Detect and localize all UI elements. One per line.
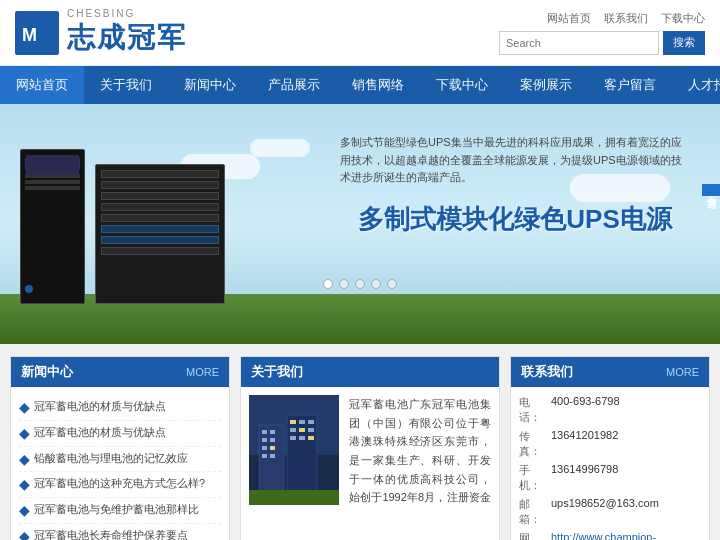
news-item-text: 冠军蓄电池的这种充电方式怎么样? <box>34 476 205 491</box>
news-more[interactable]: MORE <box>186 366 219 378</box>
about-section: 关于我们 <box>240 356 500 540</box>
svg-rect-23 <box>299 436 305 440</box>
search-button[interactable]: 搜索 <box>663 31 705 55</box>
main-nav: 网站首页 关于我们 新闻中心 产品展示 销售网络 下载中心 案例展示 客户留言 … <box>0 66 720 104</box>
dot-3[interactable] <box>355 279 365 289</box>
list-item: 电话： 400-693-6798 <box>519 395 701 425</box>
header-right: 网站首页 联系我们 下载中心 搜索 <box>499 11 705 55</box>
banner-text-area: 多制式节能型绿色UPS集当中最先进的科科应用成果，拥有着宽泛的应用技术，以超越卓… <box>340 134 690 237</box>
dot-5[interactable] <box>387 279 397 289</box>
bullet-icon: ◆ <box>19 476 30 493</box>
contact-fax-label: 传真： <box>519 429 547 459</box>
contact-title: 联系我们 <box>521 363 573 381</box>
contact-web-label: 网址： <box>519 531 547 540</box>
list-item[interactable]: ◆ 铅酸蓄电池与理电池的记忆效应 <box>19 447 221 473</box>
logo-name: 志成冠军 <box>67 19 187 57</box>
news-list: ◆ 冠军蓄电池的材质与优缺点 ◆ 冠军蓄电池的材质与优缺点 ◆ 铅酸蓄电池与理电… <box>11 387 229 540</box>
svg-rect-22 <box>290 436 296 440</box>
nav-download[interactable]: 下载中心 <box>420 66 504 104</box>
contact-phone: 400-693-6798 <box>551 395 620 425</box>
nav-about[interactable]: 关于我们 <box>84 66 168 104</box>
svg-rect-25 <box>249 490 339 505</box>
contact-phone-label: 电话： <box>519 395 547 425</box>
dot-1[interactable] <box>323 279 333 289</box>
list-item: 手机： 13614996798 <box>519 463 701 493</box>
side-text: 百任直通 <box>704 188 718 192</box>
bullet-icon: ◆ <box>19 528 30 540</box>
search-box: 搜索 <box>499 31 705 55</box>
download-link[interactable]: 下载中心 <box>661 12 705 24</box>
ups-rack <box>95 164 225 304</box>
svg-rect-6 <box>262 430 267 434</box>
nav-cases[interactable]: 案例展示 <box>504 66 588 104</box>
building-image <box>249 395 339 505</box>
news-item-text: 冠军蓄电池的材质与优缺点 <box>34 399 166 414</box>
ups-cabinet <box>20 149 85 304</box>
nav-sales[interactable]: 销售网络 <box>336 66 420 104</box>
contact-link[interactable]: 联系我们 <box>604 12 648 24</box>
svg-rect-24 <box>308 436 314 440</box>
about-image <box>249 395 339 505</box>
svg-rect-9 <box>270 438 275 442</box>
contact-mobile-label: 手机： <box>519 463 547 493</box>
svg-rect-16 <box>290 420 296 424</box>
nav-home[interactable]: 网站首页 <box>0 66 84 104</box>
contact-website[interactable]: http://www.champion-battery.cn <box>551 531 701 540</box>
home-link[interactable]: 网站首页 <box>547 12 591 24</box>
header: M CHESBING 志成冠军 网站首页 联系我们 下载中心 搜索 <box>0 0 720 66</box>
svg-rect-11 <box>270 446 275 450</box>
svg-rect-12 <box>262 454 267 458</box>
logo-brand: CHESBING <box>67 8 187 19</box>
contact-email: ups198652@163.com <box>551 497 659 527</box>
news-item-text: 铅酸蓄电池与理电池的记忆效应 <box>34 451 188 466</box>
list-item: 邮箱： ups198652@163.com <box>519 497 701 527</box>
svg-rect-18 <box>308 420 314 424</box>
news-section: 新闻中心 MORE ◆ 冠军蓄电池的材质与优缺点 ◆ 冠军蓄电池的材质与优缺点 … <box>10 356 230 540</box>
svg-rect-13 <box>270 454 275 458</box>
about-content: 冠军蓄电池广东冠军电池集团（中国）有限公司位于粤港澳珠特殊经济区东莞市，是一家集… <box>241 387 499 518</box>
banner-products <box>20 149 225 304</box>
svg-rect-10 <box>262 446 267 450</box>
dot-4[interactable] <box>371 279 381 289</box>
contact-section: 联系我们 MORE 电话： 400-693-6798 传真： 136412019… <box>510 356 710 540</box>
list-item[interactable]: ◆ 冠军蓄电池的材质与优缺点 <box>19 421 221 447</box>
cloud-2 <box>250 139 310 157</box>
search-input[interactable] <box>499 31 659 55</box>
list-item[interactable]: ◆ 冠军蓄电池与免维护蓄电池那样比 <box>19 498 221 524</box>
main-content: 新闻中心 MORE ◆ 冠军蓄电池的材质与优缺点 ◆ 冠军蓄电池的材质与优缺点 … <box>0 344 720 540</box>
bullet-icon: ◆ <box>19 502 30 519</box>
news-header: 新闻中心 MORE <box>11 357 229 387</box>
banner: 多制式节能型绿色UPS集当中最先进的科科应用成果，拥有着宽泛的应用技术，以超越卓… <box>0 104 720 344</box>
building-svg <box>249 395 339 505</box>
banner-subtitle: 多制式节能型绿色UPS集当中最先进的科科应用成果，拥有着宽泛的应用技术，以超越卓… <box>340 134 690 187</box>
nav-jobs[interactable]: 人才招聘 <box>672 66 720 104</box>
list-item: 传真： 13641201982 <box>519 429 701 459</box>
svg-rect-19 <box>290 428 296 432</box>
bullet-icon: ◆ <box>19 451 30 468</box>
contact-list: 电话： 400-693-6798 传真： 13641201982 手机： 136… <box>511 387 709 540</box>
svg-rect-7 <box>270 430 275 434</box>
banner-side: 百任直通 <box>702 184 720 196</box>
about-text: 冠军蓄电池广东冠军电池集团（中国）有限公司位于粤港澳珠特殊经济区东莞市，是一家集… <box>349 395 491 510</box>
nav-products[interactable]: 产品展示 <box>252 66 336 104</box>
contact-more[interactable]: MORE <box>666 366 699 378</box>
logo-icon: M <box>15 11 59 55</box>
about-title: 关于我们 <box>251 363 303 381</box>
list-item[interactable]: ◆ 冠军蓄电池长寿命维护保养要点 <box>19 524 221 540</box>
nav-message[interactable]: 客户留言 <box>588 66 672 104</box>
contact-mobile: 13614996798 <box>551 463 618 493</box>
nav-news[interactable]: 新闻中心 <box>168 66 252 104</box>
contact-fax: 13641201982 <box>551 429 618 459</box>
list-item[interactable]: ◆ 冠军蓄电池的材质与优缺点 <box>19 395 221 421</box>
svg-text:M: M <box>22 25 37 45</box>
header-links: 网站首页 联系我们 下载中心 <box>537 11 705 26</box>
list-item[interactable]: ◆ 冠军蓄电池的这种充电方式怎么样? <box>19 472 221 498</box>
bullet-icon: ◆ <box>19 399 30 416</box>
svg-rect-20 <box>299 428 305 432</box>
news-item-text: 冠军蓄电池与免维护蓄电池那样比 <box>34 502 199 517</box>
dot-2[interactable] <box>339 279 349 289</box>
banner-title: 多制式模块化绿色UPS电源 <box>340 202 690 237</box>
contact-email-label: 邮箱： <box>519 497 547 527</box>
news-title: 新闻中心 <box>21 363 73 381</box>
contact-header: 联系我们 MORE <box>511 357 709 387</box>
